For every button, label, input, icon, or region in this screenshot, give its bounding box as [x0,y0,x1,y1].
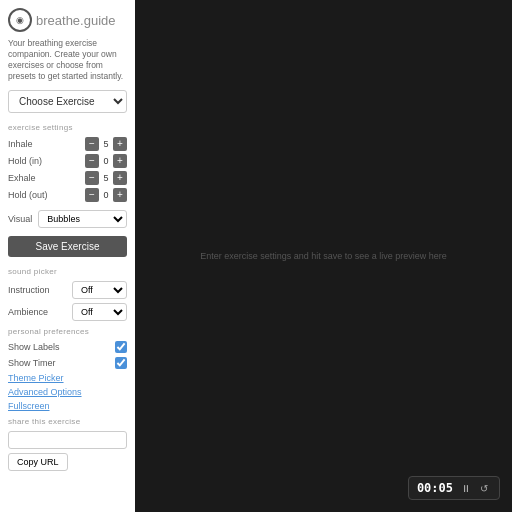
inhale-stepper: − 5 + [85,137,127,151]
ambience-label: Ambience [8,307,68,317]
timer-pause-button[interactable]: ⏸ [459,481,473,495]
sound-picker-label: sound picker [8,267,127,276]
ambience-select[interactable]: Off On [72,303,127,321]
instruction-label: Instruction [8,285,68,295]
inhale-label: Inhale [8,139,82,149]
hold-out-plus[interactable]: + [113,188,127,202]
visual-label: Visual [8,214,32,224]
inhale-row: Inhale − 5 + [8,137,127,151]
show-labels-label: Show Labels [8,342,111,352]
hold-in-value: 0 [101,156,111,166]
show-timer-label: Show Timer [8,358,111,368]
exhale-value: 5 [101,173,111,183]
tagline: Your breathing exercise companion. Creat… [8,38,127,82]
save-exercise-button[interactable]: Save Exercise [8,236,127,257]
exercise-select[interactable]: Choose Exercise Box Breathing 4-7-8 Wim … [8,90,127,113]
inhale-minus[interactable]: − [85,137,99,151]
hold-out-row: Hold (out) − 0 + [8,188,127,202]
theme-picker-link[interactable]: Theme Picker [8,373,127,383]
timer-bar: 00:05 ⏸ ↺ [408,476,500,500]
logo-text: breathe.guide [36,13,116,28]
instruction-select[interactable]: Off On [72,281,127,299]
hold-out-value: 0 [101,190,111,200]
instruction-row: Instruction Off On [8,281,127,299]
fullscreen-link[interactable]: Fullscreen [8,401,127,411]
visual-row: Visual Bubbles Circle Wave None [8,210,127,228]
show-timer-row: Show Timer [8,357,127,369]
ambience-row: Ambience Off On [8,303,127,321]
hold-in-plus[interactable]: + [113,154,127,168]
visual-select[interactable]: Bubbles Circle Wave None [38,210,127,228]
right-panel: Enter exercise settings and hit save to … [135,0,512,512]
timer-display: 00:05 [417,481,453,495]
advanced-options-link[interactable]: Advanced Options [8,387,127,397]
inhale-value: 5 [101,139,111,149]
hold-in-minus[interactable]: − [85,154,99,168]
hold-in-stepper: − 0 + [85,154,127,168]
left-panel: ◉ breathe.guide Your breathing exercise … [0,0,135,512]
hold-out-stepper: − 0 + [85,188,127,202]
exhale-plus[interactable]: + [113,171,127,185]
show-labels-row: Show Labels [8,341,127,353]
exhale-minus[interactable]: − [85,171,99,185]
right-hint-text: Enter exercise settings and hit save to … [200,251,447,261]
personal-prefs-label: personal preferences [8,327,127,336]
inhale-plus[interactable]: + [113,137,127,151]
timer-refresh-button[interactable]: ↺ [477,481,491,495]
copy-url-button[interactable]: Copy URL [8,453,68,471]
exercise-settings-label: exercise settings [8,123,127,132]
share-input[interactable] [8,431,127,449]
show-labels-checkbox[interactable] [115,341,127,353]
hold-out-label: Hold (out) [8,190,82,200]
timer-controls: ⏸ ↺ [459,481,491,495]
logo-area: ◉ breathe.guide [8,8,127,32]
hold-in-row: Hold (in) − 0 + [8,154,127,168]
exhale-row: Exhale − 5 + [8,171,127,185]
share-label: share this exercise [8,417,127,426]
hold-out-minus[interactable]: − [85,188,99,202]
hold-in-label: Hold (in) [8,156,82,166]
logo-icon: ◉ [8,8,32,32]
show-timer-checkbox[interactable] [115,357,127,369]
exhale-stepper: − 5 + [85,171,127,185]
exhale-label: Exhale [8,173,82,183]
